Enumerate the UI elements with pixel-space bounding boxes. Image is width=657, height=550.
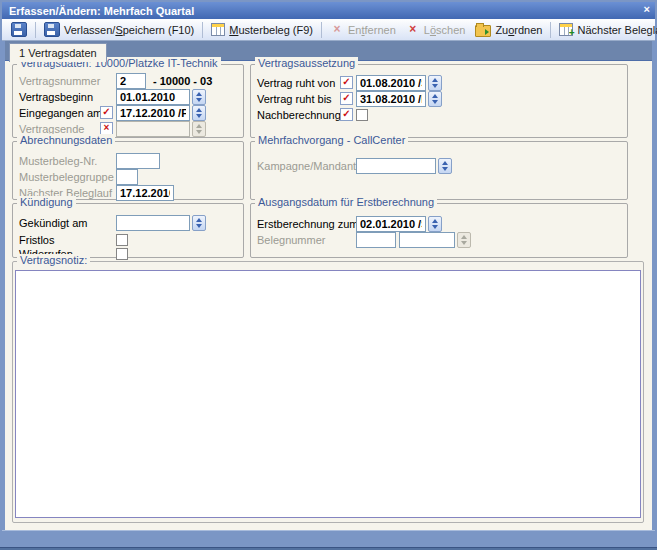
eingegangen-spinner[interactable] (192, 105, 206, 121)
vertragsnummer-input[interactable] (116, 73, 146, 89)
vertragsbeginn-label: Vertragsbeginn (19, 91, 93, 103)
musterbeleggruppe-label: Musterbeleggruppe (19, 171, 114, 183)
vertragsbeginn-input[interactable] (116, 89, 190, 105)
eingegangen-input[interactable] (116, 105, 190, 121)
row-nachberechnung: Nachberechnung ✓ (251, 107, 627, 123)
ruht-von-check-icon[interactable]: ✓ (340, 76, 353, 89)
vertragsnummer-label: Vertragsnummer (19, 75, 100, 87)
kampagne-dropdown-button[interactable] (438, 158, 452, 174)
row-vertragsnummer: Vertragsnummer - 10000 - 03 (13, 73, 243, 89)
bottom-frame-highlight (2, 530, 655, 531)
title-bar: Erfassen/Ändern: Mehrfach Quartal (2, 2, 655, 19)
toolbar-separator (35, 22, 36, 38)
vertragsbeginn-spinner[interactable] (192, 89, 206, 105)
eingegangen-label: Eingegangen am (19, 107, 102, 119)
group-vertragsaussetzung: Vertragsaussetzung Vertrag ruht von ✓ Ve… (250, 64, 628, 138)
erstberechnung-zum-input[interactable] (356, 216, 426, 232)
widerrufen-checkbox[interactable] (116, 248, 128, 260)
kampagne-label: Kampagne/Mandant (257, 160, 356, 172)
musterbeleg-icon (211, 23, 225, 36)
belegnummer-label: Belegnummer (257, 234, 325, 246)
belegnummer-input-1[interactable] (356, 232, 396, 248)
group-ausgangsdatum-title: Ausgangsdatum für Erstberechnung (255, 196, 437, 208)
zuordnen-label: Zuordnen (495, 24, 542, 36)
save-button[interactable] (6, 20, 32, 39)
toolbar-separator (550, 22, 551, 38)
ruht-von-label: Vertrag ruht von (257, 77, 335, 89)
naechster-beleglauf-button[interactable]: + Nächster Beleglauf (554, 21, 657, 38)
group-ausgangsdatum: Ausgangsdatum für Erstberechnung Erstber… (250, 203, 628, 258)
assign-folder-icon (475, 25, 491, 37)
musterbeleg-nr-label: Musterbeleg-Nr. (19, 155, 97, 167)
erstberechnung-zum-label: Erstberechnung zum (257, 218, 359, 230)
ruht-bis-input[interactable] (356, 91, 426, 107)
vertragsnummer-suffix: - 10000 - 03 (153, 75, 212, 87)
toolbar-separator (202, 22, 203, 38)
group-vertragsnotiz-title: Vertragsnotiz: (17, 254, 90, 266)
close-icon[interactable]: × (644, 3, 650, 15)
group-vertragsaussetzung-title: Vertragsaussetzung (255, 57, 358, 69)
group-kuendigung: Kündigung Gekündigt am Fristlos Widerruf… (12, 203, 244, 258)
save-icon (11, 22, 27, 37)
belegnummer-spinner (457, 232, 471, 248)
erstberechnung-zum-spinner[interactable] (428, 216, 442, 232)
row-ruht-von: Vertrag ruht von ✓ (251, 75, 627, 91)
entfernen-label: Entfernen (348, 24, 396, 36)
nachberechnung-check-icon[interactable]: ✓ (340, 108, 353, 121)
fristlos-checkbox[interactable] (116, 234, 128, 246)
ruht-von-spinner[interactable] (428, 75, 442, 91)
naechster-beleglauf-input (116, 185, 174, 201)
gekuendigt-label: Gekündigt am (19, 217, 87, 229)
vertragsnotiz-textarea[interactable] (15, 270, 641, 518)
group-vertragsnotiz: Vertragsnotiz: (12, 261, 644, 523)
entfernen-button: × Entfernen (325, 21, 401, 38)
loeschen-label: Löschen (424, 24, 466, 36)
ruht-bis-label: Vertrag ruht bis (257, 93, 332, 105)
loeschen-button: × Löschen (401, 21, 471, 38)
group-kuendigung-title: Kündigung (17, 196, 76, 208)
group-abrechnungsdaten-title: Abrechnungsdaten (17, 134, 115, 146)
window-title: Erfassen/Ändern: Mehrfach Quartal (9, 5, 194, 17)
nachberechnung-checkbox[interactable] (356, 109, 368, 121)
row-gekuendigt: Gekündigt am (13, 215, 243, 231)
toolbar-separator (321, 22, 322, 38)
group-mehrfachvorgang-title: Mehrfachvorgang - CallCenter (255, 134, 408, 146)
gekuendigt-spinner[interactable] (192, 215, 206, 231)
ruht-von-input[interactable] (356, 75, 426, 91)
eingegangen-check-icon[interactable]: ✓ (100, 106, 113, 119)
row-vertragsbeginn: Vertragsbeginn (13, 89, 243, 105)
tab-vertragsdaten[interactable]: 1 Vertragsdaten (9, 43, 107, 62)
row-eingegangen: Eingegangen am ✓ (13, 105, 243, 121)
musterbeleg-button[interactable]: Musterbeleg (F9) (206, 21, 318, 38)
belegnummer-input-2 (399, 232, 455, 248)
gekuendigt-input[interactable] (116, 215, 190, 231)
verlassen-speichern-button[interactable]: Verlassen/Speichern (F10) (39, 20, 199, 39)
kampagne-input[interactable] (356, 158, 436, 174)
fristlos-label: Fristlos (19, 234, 54, 246)
ruht-bis-check-icon[interactable]: ✓ (340, 92, 353, 105)
next-beleglauf-icon: + (559, 23, 573, 36)
group-abrechnungsdaten: Abrechnungsdaten Musterbeleg-Nr. Musterb… (12, 141, 244, 200)
app-window: Erfassen/Ändern: Mehrfach Quartal × Verl… (0, 0, 657, 550)
row-kampagne: Kampagne/Mandant (251, 158, 627, 174)
group-mehrfachvorgang: Mehrfachvorgang - CallCenter Kampagne/Ma… (250, 141, 628, 200)
row-musterbeleggruppe: Musterbeleggruppe (13, 169, 243, 185)
musterbeleggruppe-input[interactable] (116, 169, 138, 185)
ruht-bis-spinner[interactable] (428, 91, 442, 107)
delete-icon: × (406, 23, 420, 36)
group-vertragsdaten: Vertragsdaten: 10000/Platzke IT-Technik … (12, 64, 244, 138)
row-musterbeleg-nr: Musterbeleg-Nr. (13, 153, 243, 169)
zuordnen-button[interactable]: Zuordnen (470, 21, 547, 39)
nachberechnung-label: Nachberechnung (257, 109, 341, 121)
row-belegnummer: Belegnummer (251, 232, 627, 248)
naechster-beleglauf-label: Nächster Beleglauf (577, 24, 657, 36)
musterbeleg-nr-input[interactable] (116, 153, 160, 169)
vertragsende-input (116, 121, 190, 137)
row-ruht-bis: Vertrag ruht bis ✓ (251, 91, 627, 107)
vertragsende-spinner (192, 121, 206, 137)
musterbeleg-label: Musterbeleg (F9) (229, 24, 313, 36)
verlassen-speichern-label: Verlassen/Speichern (F10) (64, 24, 194, 36)
save-exit-icon (44, 22, 60, 37)
toolbar: Verlassen/Speichern (F10) Musterbeleg (F… (2, 19, 655, 41)
remove-icon: × (330, 23, 344, 36)
